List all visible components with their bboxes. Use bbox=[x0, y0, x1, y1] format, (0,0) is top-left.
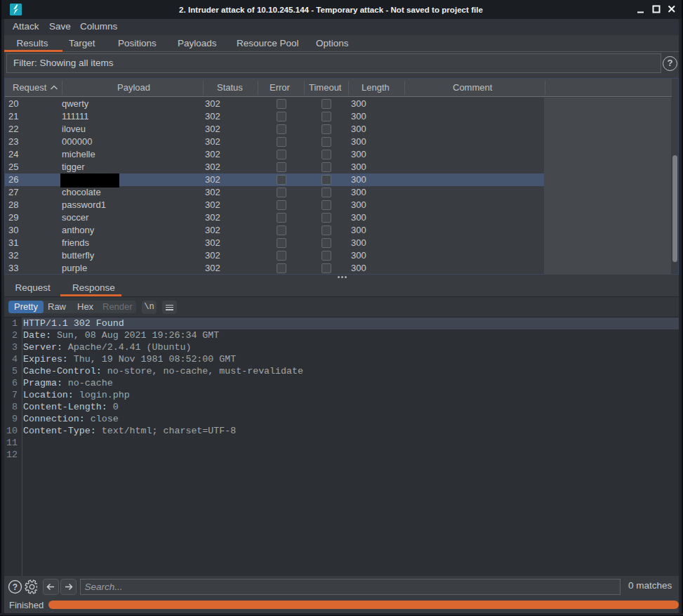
svg-text:?: ? bbox=[13, 582, 18, 592]
